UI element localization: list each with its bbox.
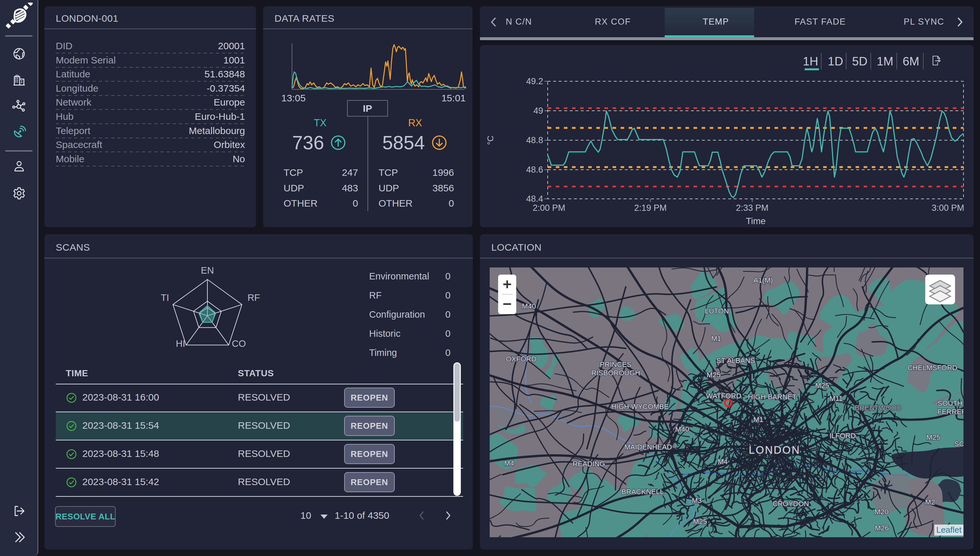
svg-text:PRINCES: PRINCES (600, 360, 632, 369)
svg-text:M4: M4 (504, 459, 514, 467)
svg-text:READING: READING (573, 460, 605, 468)
svg-text:TI: TI (161, 293, 169, 303)
svg-text:ILFORD: ILFORD (829, 432, 856, 440)
svg-text:WATFORD: WATFORD (706, 392, 742, 400)
svg-text:M1: M1 (753, 415, 763, 423)
svg-text:EN: EN (201, 265, 214, 276)
svg-text:HIGH WYCOMBE: HIGH WYCOMBE (611, 402, 669, 411)
svg-text:HI: HI (176, 338, 185, 349)
svg-text:LONDON: LONDON (748, 444, 800, 456)
svg-text:2:19 PM: 2:19 PM (634, 203, 667, 213)
svg-text:ST ALBANS: ST ALBANS (716, 357, 755, 365)
svg-text:Leaflet: Leaflet (936, 525, 962, 535)
svg-text:M25: M25 (815, 381, 829, 390)
svg-text:CROYDON: CROYDON (773, 499, 809, 508)
svg-text:48.4: 48.4 (526, 194, 543, 204)
svg-text:OXFORD: OXFORD (506, 355, 536, 363)
svg-text:M2: M2 (925, 498, 935, 506)
svg-text:2:33 PM: 2:33 PM (736, 203, 769, 213)
svg-text:3:00 PM: 3:00 PM (932, 203, 964, 213)
svg-text:SC: SC (954, 440, 964, 448)
svg-text:M11: M11 (829, 394, 842, 402)
svg-text:°C: °C (486, 135, 495, 145)
svg-text:M4: M4 (718, 457, 728, 465)
svg-text:Time: Time (746, 216, 765, 226)
svg-text:RISBOROUGH: RISBOROUGH (591, 369, 640, 377)
svg-text:M25: M25 (693, 517, 707, 525)
svg-text:48.6: 48.6 (526, 165, 543, 175)
svg-text:M26: M26 (875, 524, 889, 532)
svg-text:SOUTH W: SOUTH W (938, 399, 964, 407)
svg-text:HIGH BARNET: HIGH BARNET (748, 393, 797, 401)
svg-text:A1(M): A1(M) (753, 276, 773, 284)
svg-text:M1: M1 (711, 335, 721, 343)
svg-text:M20: M20 (875, 508, 889, 516)
svg-text:LUTON: LUTON (705, 307, 729, 315)
svg-text:M40: M40 (675, 425, 689, 433)
svg-text:M3: M3 (692, 496, 702, 504)
svg-text:CO: CO (232, 338, 246, 349)
svg-text:M40: M40 (522, 302, 536, 310)
svg-text:MAIDENHEAD: MAIDENHEAD (625, 443, 672, 451)
svg-text:49: 49 (533, 106, 543, 116)
svg-text:49.2: 49.2 (526, 76, 543, 86)
svg-text:CHELMSFORD: CHELMSFORD (907, 364, 957, 372)
svg-text:FERRERS: FERRERS (937, 408, 964, 416)
svg-text:BRACKNELL: BRACKNELL (622, 488, 664, 496)
svg-text:RF: RF (248, 293, 260, 303)
svg-text:2:00 PM: 2:00 PM (533, 203, 565, 213)
svg-text:BRENTWOOD: BRENTWOOD (855, 404, 902, 412)
svg-text:M25: M25 (707, 371, 721, 379)
svg-text:M25: M25 (927, 433, 941, 441)
svg-text:48.8: 48.8 (526, 135, 543, 145)
